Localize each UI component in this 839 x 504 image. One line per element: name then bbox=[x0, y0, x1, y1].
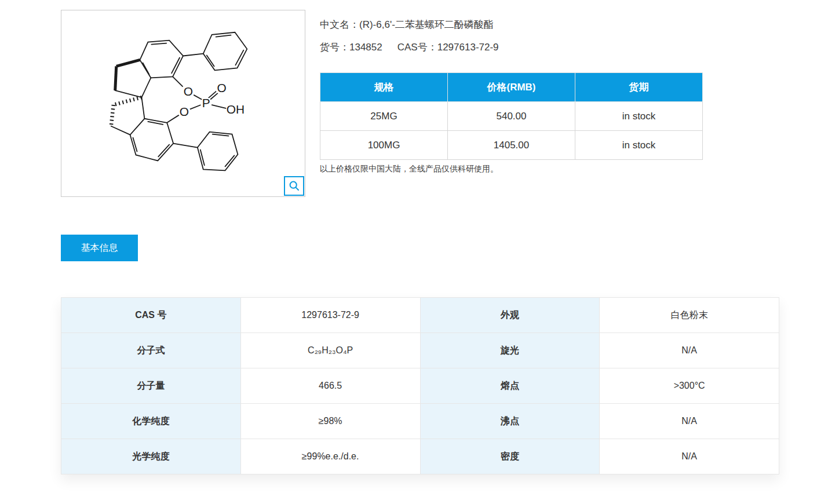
cn-name-value: (R)-6,6'-二苯基螺环二酚磷酸酯 bbox=[359, 19, 494, 30]
price-note: 以上价格仅限中国大陆，全线产品仅供科研使用。 bbox=[320, 164, 498, 174]
price-header-price: 价格(RMB) bbox=[448, 73, 575, 102]
tab-basic-info[interactable]: 基本信息 bbox=[61, 235, 138, 261]
info-value: 466.5 bbox=[240, 368, 420, 404]
price-row: 25MG 540.00 in stock bbox=[320, 102, 703, 131]
atom-o-top: O bbox=[184, 85, 193, 98]
info-label: CAS 号 bbox=[61, 298, 241, 333]
info-label: 沸点 bbox=[420, 404, 600, 439]
product-catalog-line: 货号：134852CAS号：1297613-72-9 bbox=[320, 41, 499, 54]
basic-info-table: CAS 号 1297613-72-9 外观 白色粉末 分子式 C₂₉H₂₃O₄P… bbox=[61, 297, 779, 474]
zoom-structure-button[interactable] bbox=[284, 176, 304, 196]
info-label: 分子式 bbox=[61, 333, 241, 368]
atom-oh: OH bbox=[227, 103, 245, 116]
catalog-number: 134852 bbox=[349, 42, 382, 53]
price-table: 规格 价格(RMB) 货期 25MG 540.00 in stock 100MG… bbox=[320, 72, 703, 160]
price-header-availability: 货期 bbox=[575, 73, 703, 102]
price-cell-price: 1405.00 bbox=[448, 131, 575, 160]
magnifier-icon bbox=[289, 180, 300, 192]
table-row: CAS 号 1297613-72-9 外观 白色粉末 bbox=[61, 298, 779, 333]
info-label: 分子量 bbox=[61, 368, 241, 404]
price-cell-availability: in stock bbox=[575, 131, 703, 160]
info-label: 密度 bbox=[420, 439, 600, 474]
price-table-header-row: 规格 价格(RMB) 货期 bbox=[320, 73, 703, 102]
product-cn-name-line: 中文名：(R)-6,6'-二苯基螺环二酚磷酸酯 bbox=[320, 18, 494, 31]
cn-name-label: 中文名： bbox=[320, 19, 359, 30]
info-value: N/A bbox=[600, 333, 779, 368]
info-value: ≥99%e.e./d.e. bbox=[240, 439, 420, 474]
atom-p: P bbox=[202, 96, 210, 109]
table-row: 分子量 466.5 熔点 >300°C bbox=[61, 368, 779, 404]
price-row: 100MG 1405.00 in stock bbox=[320, 131, 703, 160]
cas-number: 1297613-72-9 bbox=[437, 42, 499, 53]
structure-image-box: O P O OH O bbox=[61, 10, 305, 197]
price-cell-spec: 25MG bbox=[320, 102, 448, 131]
table-row: 光学纯度 ≥99%e.e./d.e. 密度 N/A bbox=[61, 439, 779, 474]
price-cell-spec: 100MG bbox=[320, 131, 448, 160]
catalog-label: 货号： bbox=[320, 42, 349, 53]
info-value: N/A bbox=[600, 439, 779, 474]
atom-o-bottom: O bbox=[180, 105, 189, 118]
info-value: N/A bbox=[600, 404, 779, 439]
info-value: >300°C bbox=[600, 368, 779, 404]
info-value: 1297613-72-9 bbox=[240, 298, 420, 333]
info-label: 熔点 bbox=[420, 368, 600, 404]
price-cell-price: 540.00 bbox=[448, 102, 575, 131]
info-label: 化学纯度 bbox=[61, 404, 241, 439]
info-label: 旋光 bbox=[420, 333, 600, 368]
table-row: 分子式 C₂₉H₂₃O₄P 旋光 N/A bbox=[61, 333, 779, 368]
cas-label: CAS号： bbox=[397, 42, 437, 53]
info-label: 外观 bbox=[420, 298, 600, 333]
price-cell-availability: in stock bbox=[575, 102, 703, 131]
product-page: O P O OH O 中文名：(R)-6,6'-二苯基螺环二酚磷酸酯 货号：13… bbox=[0, 0, 839, 504]
info-value: ≥98% bbox=[240, 404, 420, 439]
info-value: 白色粉末 bbox=[600, 298, 779, 333]
atom-o-double: O bbox=[217, 81, 226, 94]
table-row: 化学纯度 ≥98% 沸点 N/A bbox=[61, 404, 779, 439]
info-label: 光学纯度 bbox=[61, 439, 241, 474]
info-value: C₂₉H₂₃O₄P bbox=[240, 333, 420, 368]
molecule-structure-image: O P O OH O bbox=[61, 10, 305, 196]
price-header-spec: 规格 bbox=[320, 73, 448, 102]
